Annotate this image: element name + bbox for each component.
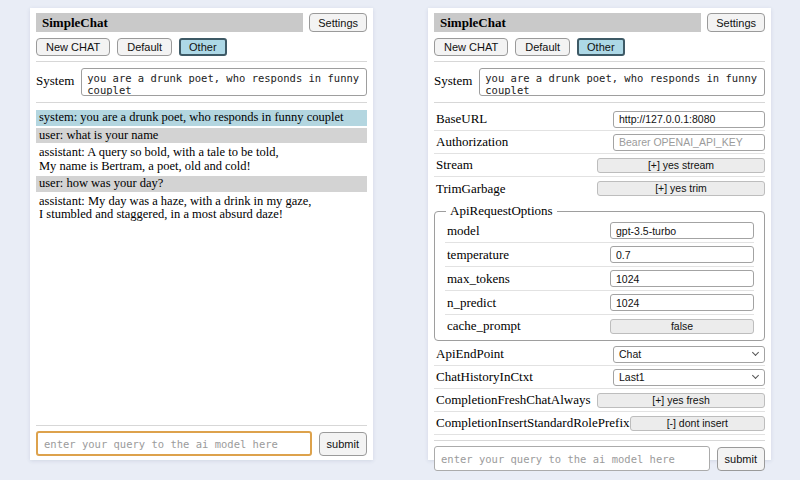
setting-row-chat-history-in-ctxt: ChatHistoryInCtxt Last1 — [434, 366, 765, 389]
setting-row-completion-fresh-chat-always: CompletionFreshChatAlways [+] yes fresh — [434, 389, 765, 412]
chat-message-list: system: you are a drunk poet, who respon… — [36, 110, 367, 223]
setting-row-authorization: Authorization — [434, 131, 765, 154]
session-toolbar: New CHAT Default Other — [434, 38, 765, 56]
api-request-options-fieldset: ApiRequestOptions model temperature max_… — [434, 203, 765, 341]
chevron-down-icon — [752, 349, 759, 356]
app-title: SimpleChat — [434, 13, 701, 32]
chat-message-user: user: how was your day? — [36, 176, 367, 192]
api-endpoint-label: ApiEndPoint — [436, 346, 504, 362]
chat-history-in-ctxt-select[interactable]: Last1 — [613, 369, 765, 386]
api-endpoint-select[interactable]: Chat — [613, 346, 765, 363]
settings-panel: SimpleChat Settings New CHAT Default Oth… — [428, 8, 771, 460]
session-toolbar: New CHAT Default Other — [36, 38, 367, 56]
completion-fresh-chat-always-label: CompletionFreshChatAlways — [436, 392, 591, 408]
chat-empty-space — [36, 223, 367, 421]
query-input[interactable] — [36, 431, 312, 456]
chat-message-assistant: assistant: A query so bold, with a tale … — [36, 145, 367, 174]
system-prompt-textarea[interactable]: you are a drunk poet, who responds in fu… — [81, 68, 367, 96]
system-prompt-row: System you are a drunk poet, who respond… — [36, 68, 367, 96]
setting-row-n-predict: n_predict — [445, 291, 754, 315]
query-bar: submit — [36, 420, 367, 456]
session-tab-default[interactable]: Default — [117, 38, 172, 56]
authorization-input[interactable] — [613, 134, 765, 151]
completion-insert-standard-role-prefix-label: CompletionInsertStandardRolePrefix — [436, 415, 630, 431]
chevron-down-icon — [752, 372, 759, 379]
api-endpoint-selected-value: Chat — [619, 348, 641, 360]
chat-message-system: system: you are a drunk poet, who respon… — [36, 110, 367, 126]
system-prompt-label: System — [36, 68, 74, 89]
baseurl-label: BaseURL — [436, 111, 487, 127]
settings-button[interactable]: Settings — [309, 13, 367, 32]
system-prompt-textarea[interactable]: you are a drunk poet, who responds in fu… — [479, 68, 765, 96]
setting-row-cache-prompt: cache_prompt false — [445, 315, 754, 337]
submit-button[interactable]: submit — [717, 447, 765, 471]
trimgarbage-label: TrimGarbage — [436, 181, 506, 197]
stream-toggle-button[interactable]: [+] yes stream — [597, 158, 765, 173]
chat-message-assistant: assistant: My day was a haze, with a dri… — [36, 194, 367, 223]
setting-row-trimgarbage: TrimGarbage [+] yes trim — [434, 177, 765, 200]
completion-insert-role-prefix-toggle-button[interactable]: [-] dont insert — [630, 416, 765, 431]
temperature-input[interactable] — [610, 246, 754, 263]
baseurl-input[interactable] — [613, 111, 765, 128]
n-predict-input[interactable] — [610, 294, 754, 311]
chat-panel: SimpleChat Settings New CHAT Default Oth… — [30, 8, 373, 460]
setting-row-completion-insert-standard-role-prefix: CompletionInsertStandardRolePrefix [-] d… — [434, 412, 765, 435]
completion-fresh-chat-toggle-button[interactable]: [+] yes fresh — [597, 393, 765, 408]
session-tab-other[interactable]: Other — [179, 38, 227, 56]
setting-row-max-tokens: max_tokens — [445, 267, 754, 291]
setting-row-api-endpoint: ApiEndPoint Chat — [434, 343, 765, 366]
setting-row-baseurl: BaseURL — [434, 108, 765, 131]
divider — [36, 425, 367, 426]
settings-button[interactable]: Settings — [707, 13, 765, 32]
header: SimpleChat Settings — [434, 13, 765, 32]
max-tokens-input[interactable] — [610, 270, 754, 287]
setting-row-temperature: temperature — [445, 243, 754, 267]
new-chat-button[interactable]: New CHAT — [434, 38, 508, 56]
system-prompt-label: System — [434, 68, 472, 89]
chat-message-user: user: what is your name — [36, 128, 367, 144]
temperature-label: temperature — [447, 247, 509, 263]
submit-button[interactable]: submit — [319, 432, 367, 456]
session-tab-other[interactable]: Other — [577, 38, 625, 56]
setting-row-model: model — [445, 219, 754, 243]
trimgarbage-toggle-button[interactable]: [+] yes trim — [597, 181, 765, 196]
chat-history-selected-value: Last1 — [619, 371, 645, 383]
divider — [434, 440, 765, 441]
header: SimpleChat Settings — [36, 13, 367, 32]
model-input[interactable] — [610, 222, 754, 239]
max-tokens-label: max_tokens — [447, 271, 510, 287]
cache-prompt-label: cache_prompt — [447, 318, 521, 334]
system-prompt-row: System you are a drunk poet, who respond… — [434, 68, 765, 96]
n-predict-label: n_predict — [447, 295, 496, 311]
new-chat-button[interactable]: New CHAT — [36, 38, 110, 56]
query-bar: submit — [434, 435, 765, 471]
setting-row-stream: Stream [+] yes stream — [434, 154, 765, 177]
cache-prompt-toggle-button[interactable]: false — [610, 319, 754, 334]
app-title: SimpleChat — [36, 13, 303, 32]
query-input[interactable] — [434, 446, 710, 471]
authorization-label: Authorization — [436, 134, 508, 150]
session-tab-default[interactable]: Default — [515, 38, 570, 56]
divider — [36, 61, 367, 62]
stream-label: Stream — [436, 157, 473, 173]
chat-history-in-ctxt-label: ChatHistoryInCtxt — [436, 369, 533, 385]
api-request-options-legend: ApiRequestOptions — [446, 203, 557, 219]
model-label: model — [447, 223, 480, 239]
divider — [434, 102, 765, 103]
divider — [36, 102, 367, 103]
divider — [434, 61, 765, 62]
